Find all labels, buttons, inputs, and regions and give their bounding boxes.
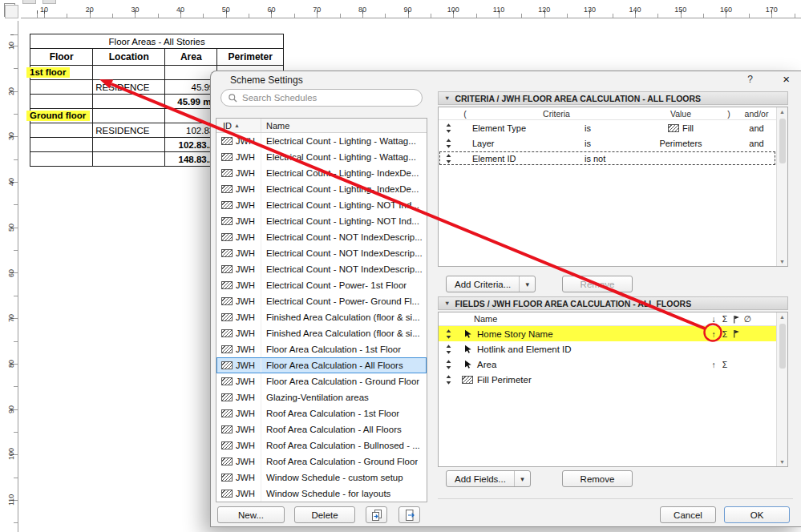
scroll-down-icon[interactable]: ▼ bbox=[777, 459, 787, 465]
field-name: Fill Perimeter bbox=[477, 375, 532, 385]
schedule-list-item[interactable]: JWHElectrical Count - NOT IndexDescrip..… bbox=[216, 229, 427, 245]
schedule-list-item[interactable]: JWHGlazing-Ventilation areas bbox=[216, 389, 427, 405]
sum-icon[interactable]: Σ bbox=[719, 358, 730, 370]
schedule-list-item[interactable]: JWHFloor Area Calculation - Ground Floor bbox=[216, 373, 427, 389]
flag-icon[interactable] bbox=[730, 328, 742, 340]
schedule-name: Floor Area Calculation - 1st Floor bbox=[261, 345, 401, 354]
schedule-list-item[interactable]: JWHElectrical Count - Power- Ground Fl..… bbox=[216, 293, 427, 309]
flag-icon[interactable] bbox=[730, 313, 742, 325]
schedule-list-item[interactable]: JWHRoof Area Calculation - Bullnosed - .… bbox=[216, 437, 427, 453]
criteria-section-header[interactable]: ▼ CRITERIA / JWH FLOOR AREA CALCULATION … bbox=[438, 91, 788, 105]
schedule-list-item[interactable]: JWHElectrical Count - Power- 1st Floor bbox=[216, 277, 427, 293]
schedule-list-item[interactable]: JWHElectrical Count - Lighting- NOT Ind.… bbox=[216, 213, 427, 229]
scroll-up-icon[interactable]: ▲ bbox=[777, 109, 787, 115]
criteria-name[interactable]: Element ID bbox=[472, 154, 585, 163]
add-fields-button[interactable]: Add Fields... ▾ bbox=[446, 470, 531, 487]
close-icon[interactable]: × bbox=[783, 72, 790, 86]
export-scheme-button[interactable] bbox=[398, 506, 420, 523]
field-row[interactable]: Hotlink and Element ID bbox=[439, 341, 776, 357]
schedule-list-item[interactable]: JWHWindow Schedule - for layouts bbox=[216, 486, 427, 502]
ruler-origin-box[interactable] bbox=[5, 5, 18, 18]
scrollbar[interactable]: ▲ ▼ bbox=[776, 312, 787, 466]
schedule-list-item[interactable]: JWHElectrical Count - NOT IndexDescrip..… bbox=[216, 245, 427, 261]
criteria-row[interactable]: LayerisPerimetersand bbox=[439, 135, 776, 151]
schedule-list-body: JWHElectrical Count - Lighting - Wattag.… bbox=[216, 133, 427, 502]
window-tab-stub[interactable] bbox=[42, 0, 56, 4]
schedule-list-item[interactable]: JWHRoof Area Calculation - All Floors bbox=[216, 421, 427, 437]
schedule-list-item[interactable]: JWHElectrical Count - Lighting- IndexDe.… bbox=[216, 165, 427, 181]
ruler-label: 90 bbox=[404, 6, 412, 14]
schedule-list-item[interactable]: JWHElectrical Count - NOT IndexDescrip..… bbox=[216, 261, 427, 277]
window-tab-stub[interactable] bbox=[22, 0, 36, 4]
reorder-handle-icon[interactable] bbox=[439, 345, 458, 354]
remove-criteria-button[interactable]: Remove bbox=[562, 276, 633, 292]
schedule-list-item[interactable]: JWHElectrical Count - Lighting - Wattag.… bbox=[216, 149, 427, 165]
fill-hatch-icon bbox=[221, 153, 233, 161]
criteria-name[interactable]: Element Type bbox=[472, 123, 585, 133]
schedule-list-item[interactable]: JWHRoof Area Calculation - 1st Floor bbox=[216, 405, 427, 421]
delete-button[interactable]: Delete bbox=[294, 506, 355, 523]
remove-fields-button[interactable]: Remove bbox=[562, 470, 633, 487]
search-box[interactable] bbox=[220, 89, 423, 107]
schedule-list-item[interactable]: JWHElectrical Count - Lighting - Wattag.… bbox=[216, 133, 427, 149]
criteria-name[interactable]: Layer bbox=[472, 139, 585, 148]
new-button[interactable]: New... bbox=[217, 506, 285, 523]
schedule-list-item[interactable]: JWHFloor Area Calculation - 1st Floor bbox=[216, 341, 427, 357]
criteria-value[interactable]: Fill bbox=[641, 123, 721, 133]
footer-divider bbox=[438, 498, 793, 499]
criteria-operator[interactable]: is bbox=[585, 123, 641, 133]
scrollbar-thumb[interactable] bbox=[779, 324, 786, 369]
schedule-id: JWH bbox=[216, 165, 261, 181]
collapse-triangle-icon: ▼ bbox=[444, 300, 450, 307]
criteria-row[interactable]: Element IDis not bbox=[439, 151, 776, 166]
schedule-list-item[interactable]: JWHFinished Area Calculation (floor & si… bbox=[216, 309, 427, 325]
chevron-down-icon[interactable]: ▾ bbox=[519, 276, 535, 292]
schedule-list-item[interactable]: JWHElectrical Count - Lighting- IndexDe.… bbox=[216, 181, 427, 197]
up-arrow-icon[interactable]: ↑ bbox=[708, 328, 719, 340]
id-column-header[interactable]: ID▲ bbox=[216, 119, 261, 132]
chevron-down-icon[interactable]: ▾ bbox=[514, 471, 530, 486]
criteria-row[interactable]: Element TypeisFilland bbox=[439, 120, 776, 135]
add-criteria-button[interactable]: Add Criteria... ▾ bbox=[446, 276, 536, 292]
empty-set-icon[interactable]: ∅ bbox=[742, 313, 753, 325]
scroll-down-icon[interactable]: ▼ bbox=[777, 259, 787, 264]
scrollbar[interactable]: ▲ ▼ bbox=[776, 107, 787, 266]
criteria-operator[interactable]: is not bbox=[585, 154, 641, 163]
reorder-handle-icon[interactable] bbox=[439, 360, 458, 369]
fields-section-header[interactable]: ▼ FIELDS / JWH FLOOR AREA CALCULATION - … bbox=[438, 296, 788, 310]
up-arrow-icon[interactable]: ↑ bbox=[708, 358, 719, 370]
schedule-id: JWH bbox=[216, 373, 261, 389]
field-row[interactable]: Home Story Name↑Σ bbox=[439, 326, 776, 341]
schedule-name: Finished Area Calculation (floor & si... bbox=[261, 328, 420, 338]
schedule-list-item[interactable]: JWHFinished Area Calculation (floor & si… bbox=[216, 325, 427, 341]
reorder-handle-icon[interactable] bbox=[439, 139, 458, 148]
duplicate-scheme-button[interactable] bbox=[366, 506, 387, 523]
help-button[interactable]: ? bbox=[747, 74, 753, 85]
reorder-handle-icon[interactable] bbox=[439, 123, 458, 133]
scroll-up-icon[interactable]: ▲ bbox=[777, 314, 787, 320]
criteria-value[interactable]: Perimeters bbox=[641, 139, 721, 148]
ok-button[interactable]: OK bbox=[724, 506, 790, 523]
schedule-list-item[interactable]: JWHRoof Area Calculation - Ground Floor bbox=[216, 453, 427, 470]
scrollbar-thumb[interactable] bbox=[779, 119, 786, 163]
criteria-andor[interactable]: and bbox=[737, 139, 776, 148]
schedule-list-header[interactable]: ID▲ Name bbox=[216, 119, 427, 133]
search-input[interactable] bbox=[242, 93, 415, 103]
cancel-button[interactable]: Cancel bbox=[660, 506, 716, 523]
fill-hatch-icon bbox=[668, 124, 679, 132]
name-column-header[interactable]: Name bbox=[261, 121, 289, 131]
criteria-andor[interactable]: and bbox=[737, 123, 776, 133]
schedule-list-item[interactable]: JWHWindow Schedule - custom setup bbox=[216, 470, 427, 486]
reorder-handle-icon[interactable] bbox=[439, 375, 458, 385]
field-row[interactable]: Area↑Σ bbox=[439, 357, 776, 372]
reorder-handle-icon[interactable] bbox=[439, 154, 458, 163]
reorder-handle-icon[interactable] bbox=[439, 329, 458, 339]
schedule-list-item[interactable]: JWHElectrical Count - Lighting- NOT Ind.… bbox=[216, 197, 427, 213]
criteria-operator[interactable]: is bbox=[585, 139, 641, 148]
schedule-id: JWH bbox=[216, 261, 261, 277]
sum-icon[interactable]: Σ bbox=[719, 328, 730, 340]
schedule-list-item[interactable]: JWHFloor Area Calculation - All Floors bbox=[216, 357, 427, 373]
sort-descending-icon[interactable]: ↓ bbox=[708, 313, 719, 325]
sum-icon[interactable]: Σ bbox=[719, 313, 730, 325]
field-row[interactable]: Fill Perimeter bbox=[439, 372, 776, 387]
